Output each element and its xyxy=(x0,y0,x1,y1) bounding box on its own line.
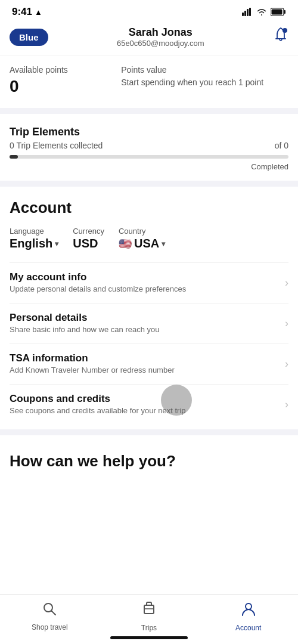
progress-bar-fill xyxy=(10,155,18,159)
my-account-info-title: My account info xyxy=(10,271,280,283)
country-selector[interactable]: Country 🇺🇸 USA ▾ xyxy=(119,227,165,250)
nav-trips-label: Trips xyxy=(141,624,157,632)
points-value-desc: Start spending when you reach 1 point xyxy=(121,77,288,89)
country-label: Country xyxy=(119,227,165,236)
section-divider-3 xyxy=(0,429,298,435)
available-points: Available points 0 xyxy=(10,65,121,96)
battery-icon xyxy=(271,8,286,16)
trips-icon xyxy=(141,600,157,621)
language-value: English ▾ xyxy=(10,237,58,250)
trip-elements-row: 0 Trip Elements collected of 0 xyxy=(10,141,288,150)
search-icon xyxy=(42,601,57,621)
chevron-right-icon: › xyxy=(285,398,288,411)
coupons-credits-content: Coupons and credits See coupons and cred… xyxy=(10,393,280,416)
country-value: 🇺🇸 USA ▾ xyxy=(119,237,165,250)
nav-shop-travel-label: Shop travel xyxy=(32,623,68,631)
trip-collected-text: 0 Trip Elements collected xyxy=(10,141,103,150)
account-section: Account Language English ▾ Currency USD … xyxy=(0,187,298,429)
svg-rect-1 xyxy=(244,11,246,16)
wifi-icon xyxy=(256,8,267,16)
personal-details-title: Personal details xyxy=(10,312,280,324)
trip-elements-section: Trip Elements 0 Trip Elements collected … xyxy=(0,114,298,181)
nav-trips[interactable]: Trips xyxy=(125,600,173,632)
status-time: 9:41 ▲ xyxy=(12,6,42,18)
my-account-info-item[interactable]: My account info Update personal details … xyxy=(10,262,288,303)
country-flag-icon: 🇺🇸 xyxy=(119,237,132,250)
trip-completed-text: Completed xyxy=(10,162,288,171)
user-email: 65e0c650@moodjoy.com xyxy=(117,39,204,48)
currency-selector[interactable]: Currency USD xyxy=(73,227,104,250)
svg-rect-2 xyxy=(247,9,249,16)
user-info: Sarah Jonas 65e0c650@moodjoy.com xyxy=(117,26,204,48)
svg-rect-3 xyxy=(249,8,251,16)
home-indicator xyxy=(110,636,188,639)
personal-details-content: Personal details Share basic info and ho… xyxy=(10,312,280,335)
svg-point-12 xyxy=(246,603,252,609)
tsa-information-subtitle: Add Known Traveler Number or redress num… xyxy=(10,366,280,376)
tsa-information-content: TSA information Add Known Traveler Numbe… xyxy=(10,352,280,376)
available-points-value: 0 xyxy=(10,77,121,96)
nav-account[interactable]: Account xyxy=(225,600,272,632)
language-selector[interactable]: Language English ▾ xyxy=(10,227,58,250)
chevron-right-icon: › xyxy=(285,358,288,370)
svg-point-7 xyxy=(283,28,287,33)
tier-badge: Blue xyxy=(10,29,48,46)
trip-elements-title: Trip Elements xyxy=(10,126,288,138)
location-arrow-icon: ▲ xyxy=(35,8,42,17)
points-value-section: Points value Start spending when you rea… xyxy=(121,65,288,96)
svg-line-9 xyxy=(52,611,56,615)
points-value-label: Points value xyxy=(121,65,288,75)
section-divider-1 xyxy=(0,108,298,114)
svg-rect-0 xyxy=(242,13,244,16)
account-title: Account xyxy=(10,199,288,217)
header: Blue Sarah Jonas 65e0c650@moodjoy.com xyxy=(0,21,298,55)
signal-icon xyxy=(242,8,253,16)
chevron-right-icon: › xyxy=(285,277,288,289)
nav-shop-travel[interactable]: Shop travel xyxy=(26,601,73,631)
chevron-right-icon: › xyxy=(285,317,288,330)
status-icons xyxy=(242,8,286,16)
currency-value: USD xyxy=(73,237,104,250)
coupons-credits-title: Coupons and credits xyxy=(10,393,280,405)
notification-bell-icon[interactable] xyxy=(273,27,288,47)
progress-bar-bg xyxy=(10,155,288,159)
section-divider-2 xyxy=(0,181,298,187)
nav-account-label: Account xyxy=(235,624,261,632)
currency-label: Currency xyxy=(73,227,104,236)
country-chevron-icon: ▾ xyxy=(162,240,165,248)
help-title: How can we help you? xyxy=(10,452,288,470)
trip-of-text: of 0 xyxy=(275,141,288,150)
tap-overlay xyxy=(161,385,192,416)
svg-rect-6 xyxy=(272,10,283,15)
my-account-info-content: My account info Update personal details … xyxy=(10,271,280,295)
language-label: Language xyxy=(10,227,58,236)
language-chevron-icon: ▾ xyxy=(55,240,58,248)
tsa-information-title: TSA information xyxy=(10,352,280,364)
points-section: Available points 0 Points value Start sp… xyxy=(0,55,298,108)
user-name: Sarah Jonas xyxy=(117,26,204,39)
account-icon xyxy=(240,600,257,621)
tsa-information-item[interactable]: TSA information Add Known Traveler Numbe… xyxy=(10,343,288,384)
coupons-credits-subtitle: See coupons and credits available for yo… xyxy=(10,406,280,416)
personal-details-item[interactable]: Personal details Share basic info and ho… xyxy=(10,303,288,343)
svg-rect-10 xyxy=(144,605,154,614)
my-account-info-subtitle: Update personal details and customize pr… xyxy=(10,284,280,295)
coupons-credits-item[interactable]: Coupons and credits See coupons and cred… xyxy=(10,384,288,425)
personal-details-subtitle: Share basic info and how we can reach yo… xyxy=(10,325,280,335)
help-section: How can we help you? xyxy=(0,435,298,480)
available-points-label: Available points xyxy=(10,65,121,75)
svg-rect-5 xyxy=(284,10,286,14)
status-bar: 9:41 ▲ xyxy=(0,0,298,21)
locale-row: Language English ▾ Currency USD Country … xyxy=(10,227,288,250)
